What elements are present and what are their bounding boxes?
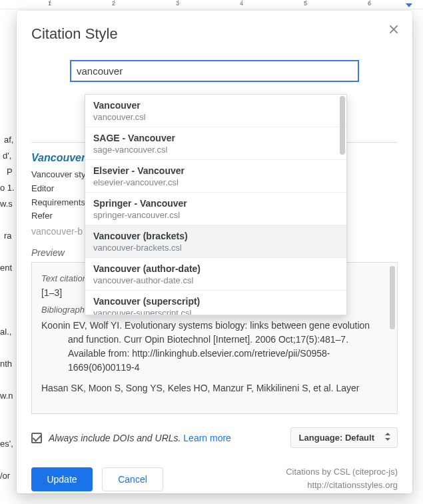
ruler-mark: 4 <box>240 0 243 7</box>
options-row: Always include DOIs and URLs. Learn more… <box>31 427 398 448</box>
autocomplete-item[interactable]: Vancouver (superscript) vancouver-supers… <box>85 291 346 315</box>
close-icon[interactable] <box>387 23 400 36</box>
cancel-button[interactable]: Cancel <box>102 467 163 491</box>
autocomplete-item[interactable]: Springer - Vancouver springer-vancouver.… <box>85 193 346 225</box>
update-button[interactable]: Update <box>31 467 93 491</box>
bibliography-entry: Hasan SK, Moon S, Song YS, Keles HO, Man… <box>41 381 388 395</box>
ruler: 1 2 3 4 5 6 <box>0 0 423 9</box>
ruler-mark: 5 <box>304 0 307 7</box>
scrollbar[interactable] <box>390 266 395 329</box>
autocomplete-item[interactable]: Vancouver (brackets) vancouver-brackets.… <box>85 225 346 258</box>
autocomplete-item[interactable]: SAGE - Vancouver sage-vancouver.csl <box>85 127 346 160</box>
ruler-mark: 3 <box>176 0 179 7</box>
learn-more-link[interactable]: Learn more <box>183 433 231 443</box>
bibliography-entry: Koonin EV, Wolf YI. Evolutionary systems… <box>41 319 388 375</box>
ruler-mark: 2 <box>112 0 115 7</box>
ruler-end-marker-icon[interactable] <box>406 3 412 7</box>
autocomplete-dropdown: Vancouver vancouver.csl SAGE - Vancouver… <box>85 94 347 315</box>
dialog-footer: Update Cancel Citations by CSL (citeproc… <box>31 465 398 491</box>
scrollbar[interactable] <box>340 96 345 155</box>
citation-style-dialog: Citation Style Vancouver Vancouver style… <box>17 11 412 493</box>
ruler-mark: 1 <box>48 0 51 7</box>
autocomplete-item[interactable]: Elsevier - Vancouver elsevier-vancouver.… <box>85 160 346 193</box>
dialog-title: Citation Style <box>31 25 398 43</box>
language-select[interactable]: Language: Default <box>290 427 398 448</box>
credits-text: Citations by CSL (citeproc-js) http://ci… <box>286 465 398 491</box>
autocomplete-item[interactable]: Vancouver vancouver.csl <box>85 95 346 127</box>
ruler-mark: 6 <box>368 0 371 7</box>
include-dois-label: Always include DOIs and URLs. Learn more <box>49 433 231 443</box>
search-wrap <box>31 60 398 82</box>
include-dois-checkbox[interactable] <box>31 433 42 443</box>
autocomplete-item[interactable]: Vancouver (author-date) vancouver-author… <box>85 258 346 291</box>
style-search-input[interactable] <box>70 60 359 82</box>
